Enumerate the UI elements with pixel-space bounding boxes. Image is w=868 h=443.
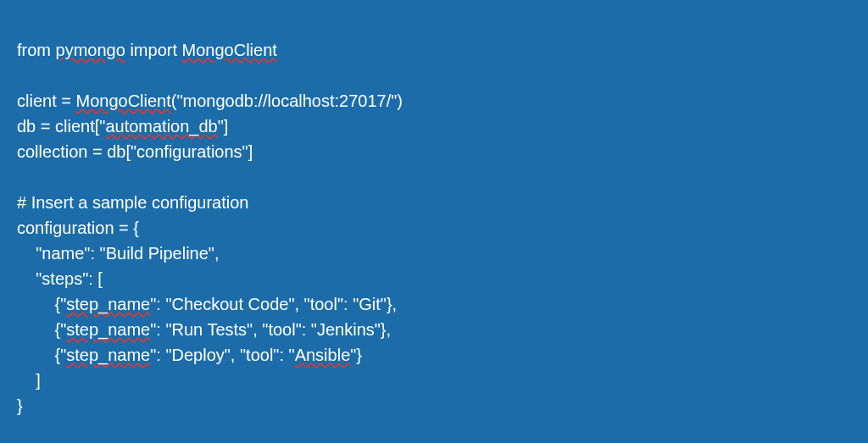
code-line: {"step_name": "Deploy", "tool": "Ansible… bbox=[17, 346, 362, 364]
code-line: db = client["automation_db"] bbox=[17, 117, 228, 136]
code-line: "name": "Build Pipeline", bbox=[17, 244, 220, 263]
spell-error-ansible: Ansible bbox=[295, 346, 351, 364]
code-line: {"step_name": "Run Tests", "tool": "Jenk… bbox=[17, 320, 391, 339]
code-line: from pymongo import MongoClient bbox=[17, 41, 277, 59]
code-line: {"step_name": "Checkout Code", "tool": "… bbox=[17, 295, 397, 313]
code-line: "steps": [ bbox=[17, 269, 103, 288]
spell-error-mongoclient: MongoClient bbox=[75, 91, 170, 110]
code-line: # Insert a sample configuration bbox=[17, 193, 249, 212]
code-line: configuration = { bbox=[17, 219, 139, 237]
code-line: ] bbox=[17, 371, 41, 390]
spell-error-step-name: step_name bbox=[66, 320, 150, 339]
code-block: from pymongo import MongoClient client =… bbox=[17, 12, 851, 443]
code-line: } bbox=[17, 396, 23, 415]
spell-error-mongoclient: MongoClient bbox=[182, 41, 277, 59]
code-line: client = MongoClient("mongodb://localhos… bbox=[17, 91, 403, 110]
spell-error-step-name: step_name bbox=[66, 346, 150, 364]
spell-error-step-name: step_name bbox=[66, 295, 150, 313]
spell-error-automation-db: automation_db bbox=[105, 117, 217, 136]
spell-error-pymongo: pymongo bbox=[56, 41, 125, 59]
code-line: collection = db["configurations"] bbox=[17, 142, 253, 161]
